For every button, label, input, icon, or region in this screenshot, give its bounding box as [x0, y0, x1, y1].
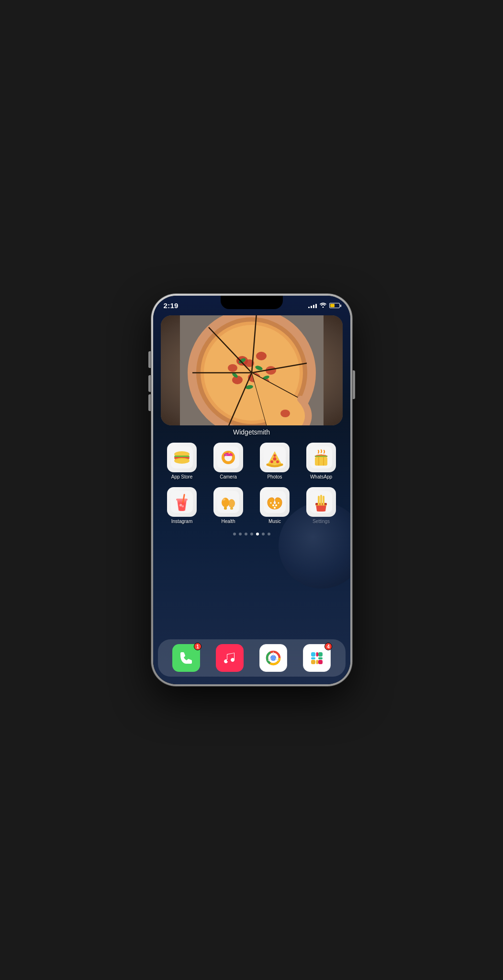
status-time: 2:19 — [164, 301, 179, 310]
svg-rect-88 — [316, 652, 319, 657]
svg-rect-46 — [315, 456, 327, 457]
page-dot-7[interactable] — [268, 533, 270, 535]
svg-rect-87 — [318, 660, 323, 664]
svg-point-12 — [228, 364, 237, 372]
svg-point-63 — [274, 507, 276, 509]
svg-rect-84 — [318, 657, 323, 660]
screen: 2:19 — [153, 296, 350, 684]
svg-rect-81 — [311, 652, 315, 657]
svg-point-65 — [278, 502, 279, 504]
pizza-svg — [180, 315, 324, 425]
svg-rect-42 — [315, 457, 327, 466]
app-icon-container-whatsapp[interactable]: WhatsApp — [300, 443, 343, 479]
svg-point-64 — [270, 502, 272, 504]
phone-inner: 2:19 — [153, 296, 350, 684]
app-grid-row1: App Store — [161, 441, 343, 481]
svg-point-53 — [222, 498, 229, 507]
dock-item-phone[interactable]: 1 — [172, 644, 200, 672]
svg-rect-83 — [318, 652, 323, 657]
svg-rect-68 — [318, 496, 320, 505]
pizza-image — [161, 315, 343, 425]
svg-rect-58 — [230, 507, 233, 510]
notch — [221, 296, 283, 309]
dock-item-slack[interactable]: 4 — [303, 644, 331, 672]
photos-label: Photos — [267, 474, 282, 479]
health-icon[interactable] — [213, 487, 243, 517]
svg-rect-82 — [311, 657, 315, 660]
health-label: Health — [222, 519, 235, 524]
dock-item-music[interactable] — [216, 644, 244, 672]
camera-icon[interactable] — [213, 443, 243, 472]
svg-point-61 — [272, 504, 274, 506]
music-dock-icon[interactable] — [216, 644, 244, 672]
svg-point-37 — [273, 457, 277, 461]
svg-rect-86 — [316, 660, 319, 664]
svg-rect-70 — [323, 496, 324, 505]
slack-badge: 4 — [324, 643, 332, 650]
settings-icon[interactable] — [306, 487, 336, 517]
page-dot-4[interactable] — [250, 533, 253, 535]
music-label: Music — [268, 519, 281, 524]
app-store-icon[interactable] — [167, 443, 197, 472]
widget-container: Widgetsmith — [161, 315, 343, 436]
phone-frame: 2:19 — [151, 294, 352, 686]
svg-point-6 — [256, 352, 267, 360]
svg-point-56 — [228, 499, 235, 508]
page-dot-1[interactable] — [233, 533, 236, 535]
camera-label: Camera — [220, 474, 237, 479]
svg-point-39 — [276, 460, 279, 463]
svg-rect-69 — [320, 495, 322, 505]
page-dot-6[interactable] — [262, 533, 265, 535]
svg-rect-60 — [264, 491, 286, 513]
dock-item-chrome[interactable] — [259, 644, 287, 672]
widgetsmith-widget[interactable] — [161, 315, 343, 425]
app-icon-container-photos[interactable]: Photos — [254, 443, 296, 479]
photos-icon[interactable] — [260, 443, 290, 472]
page-dot-5-active[interactable] — [256, 533, 259, 535]
svg-rect-55 — [224, 507, 227, 510]
svg-point-40 — [274, 455, 276, 457]
app-icon-container-camera[interactable]: Camera — [207, 443, 250, 479]
svg-point-62 — [275, 504, 277, 506]
battery-icon — [329, 303, 340, 308]
home-screen-content: Widgetsmith — [153, 312, 350, 639]
app-icon-container-health[interactable]: Health — [207, 487, 250, 524]
whatsapp-icon[interactable] — [306, 443, 336, 472]
page-dot-3[interactable] — [245, 533, 247, 535]
svg-point-77 — [271, 656, 276, 660]
battery-fill — [330, 304, 335, 307]
svg-point-24 — [280, 410, 290, 417]
svg-rect-51 — [182, 505, 184, 508]
music-icon[interactable] — [260, 487, 290, 517]
wifi-icon — [319, 302, 327, 309]
svg-rect-85 — [311, 660, 315, 664]
app-icon-container-instagram[interactable]: Instagram — [161, 487, 203, 524]
chrome-dock-icon[interactable] — [259, 644, 287, 672]
instagram-label: Instagram — [171, 519, 192, 524]
svg-point-38 — [270, 460, 273, 463]
app-icon-container-appstore[interactable]: App Store — [161, 443, 203, 479]
instagram-icon[interactable] — [167, 487, 197, 517]
appstore-label: App Store — [171, 474, 192, 479]
phone-badge: 1 — [194, 643, 201, 650]
signal-bars-icon — [308, 303, 317, 308]
app-dock: 1 — [158, 639, 346, 677]
widget-label: Widgetsmith — [161, 428, 343, 436]
page-dot-2[interactable] — [239, 533, 242, 535]
whatsapp-label: WhatsApp — [310, 474, 332, 479]
status-icons — [308, 302, 340, 309]
svg-rect-48 — [176, 499, 188, 501]
